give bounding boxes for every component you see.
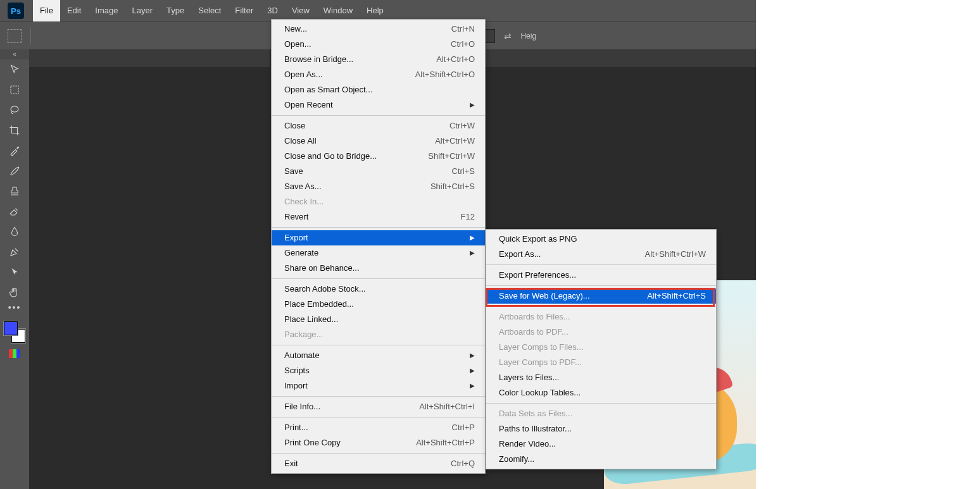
marquee-tool-icon[interactable] [0,80,29,100]
color-swatches[interactable] [4,321,25,343]
file-menu-open-as[interactable]: Open As...Alt+Shift+Ctrl+O [272,67,485,82]
menu-separator [272,453,485,454]
menu-select[interactable]: Select [191,0,228,22]
file-menu-new[interactable]: New...Ctrl+N [272,22,485,37]
menu-bar: Ps FileEditImageLayerTypeSelectFilter3DV… [0,0,756,22]
file-menu-export[interactable]: Export▶ [272,230,485,245]
file-menu-open[interactable]: Open...Ctrl+O [272,37,485,52]
file-menu-close[interactable]: CloseCtrl+W [272,118,485,133]
path-select-tool-icon[interactable] [0,262,29,282]
menu-item-label: Close [284,120,305,132]
menu-item-label: Export [284,232,308,244]
submenu-arrow-icon: ▶ [451,232,475,244]
menu-item-shortcut: Shift+Ctrl+W [409,151,475,162]
svg-point-1 [11,106,18,112]
file-menu-scripts[interactable]: Scripts▶ [272,363,485,378]
file-menu-save-as[interactable]: Save As...Shift+Ctrl+S [272,179,485,194]
export-submenu-dropdown: Quick Export as PNGExport As...Alt+Shift… [486,229,717,469]
file-menu-place-embedded[interactable]: Place Embedded... [272,297,485,312]
file-menu-dropdown: New...Ctrl+NOpen...Ctrl+OBrowse in Bridg… [271,19,486,474]
file-menu-browse-in-bridge[interactable]: Browse in Bridge...Alt+Ctrl+O [272,52,485,67]
lasso-tool-icon[interactable] [0,100,29,120]
file-menu-import[interactable]: Import▶ [272,378,485,393]
collapse-panel-icon[interactable]: « [0,49,29,59]
export-menu-color-lookup-tables[interactable]: Color Lookup Tables... [486,385,716,400]
menu-window[interactable]: Window [317,0,360,22]
file-menu-package: Package... [272,327,485,342]
brush-tool-icon[interactable] [0,161,29,181]
menu-item-shortcut: Ctrl+W [430,120,475,132]
blur-tool-icon[interactable] [0,221,29,242]
menu-item-label: Place Embedded... [284,299,354,310]
menu-item-shortcut: F12 [442,211,475,223]
menu-item-shortcut: Alt+Shift+Ctrl+O [396,69,475,80]
file-menu-file-info[interactable]: File Info...Alt+Shift+Ctrl+I [272,399,485,414]
eyedropper-tool-icon[interactable] [0,140,29,161]
eraser-tool-icon[interactable] [0,201,29,221]
menu-item-label: Open As... [284,69,323,80]
file-menu-close-and-go-to-bridge[interactable]: Close and Go to Bridge...Shift+Ctrl+W [272,149,485,164]
file-menu-save[interactable]: SaveCtrl+S [272,164,485,179]
menu-filter[interactable]: Filter [228,0,260,22]
menu-item-shortcut: Alt+Shift+Ctrl+I [400,401,475,412]
move-tool-icon[interactable] [0,59,29,80]
pen-tool-icon[interactable] [0,242,29,262]
menu-item-label: Share on Behance... [284,263,360,274]
menu-layer[interactable]: Layer [125,0,160,22]
menu-separator [272,417,485,418]
menu-item-label: Generate [284,247,318,259]
quick-mask-icon[interactable] [9,349,20,358]
file-menu-print-one-copy[interactable]: Print One CopyAlt+Shift+Ctrl+P [272,435,485,450]
menu-item-shortcut: Ctrl+S [433,166,475,177]
menu-item-shortcut: Alt+Ctrl+W [416,135,475,147]
menu-item-label: Close and Go to Bridge... [284,151,377,162]
export-menu-layers-to-files[interactable]: Layers to Files... [486,370,716,385]
export-menu-export-preferences[interactable]: Export Preferences... [486,268,716,283]
app-logo: Ps [8,3,24,19]
export-menu-zoomify[interactable]: Zoomify... [486,452,716,467]
menu-help[interactable]: Help [360,0,391,22]
menu-item-label: File Info... [284,401,320,412]
menu-item-label: Package... [284,329,323,340]
menu-view[interactable]: View [285,0,317,22]
separator [30,28,31,44]
stamp-tool-icon[interactable] [0,181,29,201]
file-menu-open-recent[interactable]: Open Recent▶ [272,97,485,113]
menu-item-label: Paths to Illustrator... [499,423,572,435]
file-menu-place-linked[interactable]: Place Linked... [272,312,485,327]
menu-item-shortcut: Ctrl+N [432,23,475,35]
active-tool-icon[interactable] [8,29,22,43]
hand-tool-icon[interactable] [0,282,29,302]
foreground-color-swatch[interactable] [4,321,18,335]
file-menu-open-as-smart-object[interactable]: Open as Smart Object... [272,82,485,97]
menu-separator [272,227,485,228]
menu-item-label: Color Lookup Tables... [499,387,581,399]
file-menu-exit[interactable]: ExitCtrl+Q [272,456,485,471]
export-menu-quick-export-as-png[interactable]: Quick Export as PNG [486,232,716,247]
menu-file[interactable]: File [33,0,60,22]
export-menu-render-video[interactable]: Render Video... [486,436,716,452]
menu-image[interactable]: Image [88,0,125,22]
file-menu-revert[interactable]: RevertF12 [272,209,485,225]
crop-tool-icon[interactable] [0,120,29,140]
menu-edit[interactable]: Edit [60,0,88,22]
export-menu-artboards-to-files: Artboards to Files... [486,309,716,325]
export-menu-paths-to-illustrator[interactable]: Paths to Illustrator... [486,421,716,436]
file-menu-search-adobe-stock[interactable]: Search Adobe Stock... [272,282,485,297]
swap-dimensions-icon[interactable]: ⇄ [504,31,512,41]
menu-item-label: Search Adobe Stock... [284,283,366,295]
file-menu-close-all[interactable]: Close AllAlt+Ctrl+W [272,133,485,149]
page-whitespace [756,0,980,489]
export-menu-layer-comps-to-files: Layer Comps to Files... [486,340,716,355]
file-menu-share-on-behance[interactable]: Share on Behance... [272,261,485,276]
menu-3d[interactable]: 3D [260,0,285,22]
menu-type[interactable]: Type [160,0,191,22]
file-menu-print[interactable]: Print...Ctrl+P [272,420,485,435]
export-menu-save-for-web-legacy[interactable]: Save for Web (Legacy)...Alt+Shift+Ctrl+S [486,288,716,304]
file-menu-generate[interactable]: Generate▶ [272,245,485,261]
file-menu-automate[interactable]: Automate▶ [272,348,485,363]
menu-separator [486,403,716,404]
export-menu-export-as[interactable]: Export As...Alt+Shift+Ctrl+W [486,247,716,262]
menu-item-label: Automate [284,350,320,361]
more-tools-icon[interactable]: ••• [0,302,29,318]
